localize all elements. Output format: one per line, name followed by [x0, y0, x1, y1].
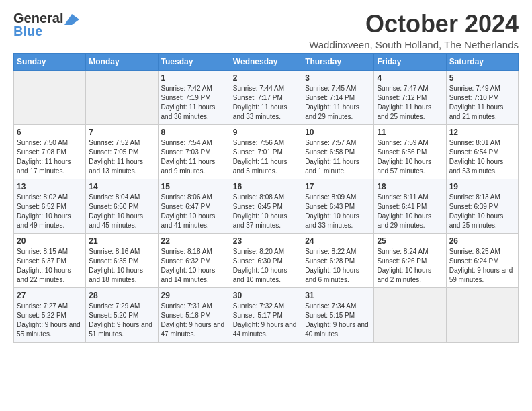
- col-thursday: Thursday: [302, 53, 374, 70]
- day-info: Sunrise: 7:54 AMSunset: 7:03 PMDaylight:…: [161, 139, 216, 175]
- day-info: Sunrise: 7:50 AMSunset: 7:08 PMDaylight:…: [17, 139, 71, 175]
- day-info: Sunrise: 8:18 AMSunset: 6:32 PMDaylight:…: [161, 248, 216, 283]
- day-info: Sunrise: 7:45 AMSunset: 7:14 PMDaylight:…: [305, 85, 359, 120]
- day-info: Sunrise: 7:31 AMSunset: 5:18 PMDaylight:…: [161, 302, 225, 338]
- cell-w4-d3: 30Sunrise: 7:32 AMSunset: 5:17 PMDayligh…: [230, 287, 302, 342]
- cell-w4-d2: 29Sunrise: 7:31 AMSunset: 5:18 PMDayligh…: [158, 287, 230, 342]
- day-number: 5: [449, 73, 515, 83]
- day-number: 12: [449, 128, 515, 137]
- day-number: 31: [305, 291, 371, 300]
- day-number: 4: [377, 73, 443, 83]
- day-info: Sunrise: 8:25 AMSunset: 6:24 PMDaylight:…: [449, 248, 513, 283]
- day-info: Sunrise: 7:57 AMSunset: 6:58 PMDaylight:…: [305, 139, 359, 175]
- cell-w1-d3: 9Sunrise: 7:56 AMSunset: 7:01 PMDaylight…: [230, 124, 302, 179]
- week-row-2: 6Sunrise: 7:50 AMSunset: 7:08 PMDaylight…: [14, 124, 519, 179]
- day-number: 28: [89, 291, 154, 300]
- col-sunday: Sunday: [14, 53, 86, 70]
- day-info: Sunrise: 7:44 AMSunset: 7:17 PMDaylight:…: [233, 85, 287, 120]
- day-number: 21: [89, 236, 154, 246]
- cell-w0-d2: 1Sunrise: 7:42 AMSunset: 7:19 PMDaylight…: [158, 70, 230, 124]
- day-info: Sunrise: 7:42 AMSunset: 7:19 PMDaylight:…: [161, 85, 216, 120]
- calendar-table: Sunday Monday Tuesday Wednesday Thursday…: [13, 53, 519, 342]
- day-number: 8: [161, 128, 227, 137]
- day-number: 16: [233, 182, 299, 191]
- day-number: 22: [161, 236, 227, 246]
- day-number: 11: [377, 128, 443, 137]
- cell-w0-d6: 5Sunrise: 7:49 AMSunset: 7:10 PMDaylight…: [446, 70, 518, 124]
- day-info: Sunrise: 7:29 AMSunset: 5:20 PMDaylight:…: [89, 302, 152, 338]
- cell-w2-d5: 18Sunrise: 8:11 AMSunset: 6:41 PMDayligh…: [374, 179, 446, 233]
- cell-w2-d2: 15Sunrise: 8:06 AMSunset: 6:47 PMDayligh…: [158, 179, 230, 233]
- week-row-4: 20Sunrise: 8:15 AMSunset: 6:37 PMDayligh…: [14, 233, 519, 287]
- day-number: 26: [449, 236, 515, 246]
- day-number: 29: [161, 291, 227, 300]
- week-row-5: 27Sunrise: 7:27 AMSunset: 5:22 PMDayligh…: [14, 287, 519, 342]
- day-info: Sunrise: 8:15 AMSunset: 6:37 PMDaylight:…: [17, 248, 71, 283]
- day-info: Sunrise: 7:47 AMSunset: 7:12 PMDaylight:…: [377, 85, 431, 120]
- day-info: Sunrise: 7:27 AMSunset: 5:22 PMDaylight:…: [17, 302, 81, 338]
- day-number: 14: [89, 182, 154, 191]
- day-number: 15: [161, 182, 227, 191]
- logo-icon: [64, 14, 79, 25]
- day-number: 27: [17, 291, 83, 300]
- cell-w0-d4: 3Sunrise: 7:45 AMSunset: 7:14 PMDaylight…: [302, 70, 374, 124]
- cell-w3-d1: 21Sunrise: 8:16 AMSunset: 6:35 PMDayligh…: [86, 233, 158, 287]
- cell-w0-d3: 2Sunrise: 7:44 AMSunset: 7:17 PMDaylight…: [230, 70, 302, 124]
- day-number: 3: [305, 73, 371, 83]
- cell-w2-d1: 14Sunrise: 8:04 AMSunset: 6:50 PMDayligh…: [86, 179, 158, 233]
- day-info: Sunrise: 8:16 AMSunset: 6:35 PMDaylight:…: [89, 248, 143, 283]
- day-info: Sunrise: 7:34 AMSunset: 5:15 PMDaylight:…: [305, 302, 369, 338]
- cell-w1-d5: 11Sunrise: 7:59 AMSunset: 6:56 PMDayligh…: [374, 124, 446, 179]
- day-number: 23: [233, 236, 299, 246]
- cell-w3-d3: 23Sunrise: 8:20 AMSunset: 6:30 PMDayligh…: [230, 233, 302, 287]
- day-info: Sunrise: 7:52 AMSunset: 7:05 PMDaylight:…: [89, 139, 143, 175]
- cell-w3-d2: 22Sunrise: 8:18 AMSunset: 6:32 PMDayligh…: [158, 233, 230, 287]
- cell-w3-d5: 25Sunrise: 8:24 AMSunset: 6:26 PMDayligh…: [374, 233, 446, 287]
- day-number: 19: [449, 182, 515, 191]
- day-number: 18: [377, 182, 443, 191]
- day-number: 13: [17, 182, 83, 191]
- location: Waddinxveen, South Holland, The Netherla…: [309, 39, 519, 50]
- col-monday: Monday: [86, 53, 158, 70]
- cell-w4-d0: 27Sunrise: 7:27 AMSunset: 5:22 PMDayligh…: [14, 287, 86, 342]
- page: General Blue October 2024 Waddinxveen, S…: [0, 0, 532, 411]
- day-number: 30: [233, 291, 299, 300]
- day-number: 1: [161, 73, 227, 83]
- day-info: Sunrise: 8:11 AMSunset: 6:41 PMDaylight:…: [377, 193, 431, 229]
- day-info: Sunrise: 8:06 AMSunset: 6:47 PMDaylight:…: [161, 193, 216, 229]
- cell-w3-d0: 20Sunrise: 8:15 AMSunset: 6:37 PMDayligh…: [14, 233, 86, 287]
- title-block: October 2024 Waddinxveen, South Holland,…: [309, 11, 519, 50]
- cell-w2-d3: 16Sunrise: 8:08 AMSunset: 6:45 PMDayligh…: [230, 179, 302, 233]
- cell-w1-d2: 8Sunrise: 7:54 AMSunset: 7:03 PMDaylight…: [158, 124, 230, 179]
- day-info: Sunrise: 7:59 AMSunset: 6:56 PMDaylight:…: [377, 139, 431, 175]
- cell-w2-d4: 17Sunrise: 8:09 AMSunset: 6:43 PMDayligh…: [302, 179, 374, 233]
- cell-w2-d0: 13Sunrise: 8:02 AMSunset: 6:52 PMDayligh…: [14, 179, 86, 233]
- day-number: 10: [305, 128, 371, 137]
- day-number: 17: [305, 182, 371, 191]
- day-info: Sunrise: 8:02 AMSunset: 6:52 PMDaylight:…: [17, 193, 71, 229]
- month-title: October 2024: [309, 11, 519, 38]
- logo-blue: Blue: [13, 24, 42, 39]
- day-number: 6: [17, 128, 83, 137]
- cell-w4-d5: [374, 287, 446, 342]
- cell-w1-d1: 7Sunrise: 7:52 AMSunset: 7:05 PMDaylight…: [86, 124, 158, 179]
- day-info: Sunrise: 8:24 AMSunset: 6:26 PMDaylight:…: [377, 248, 431, 283]
- day-number: 9: [233, 128, 299, 137]
- svg-marker-0: [64, 14, 79, 25]
- day-info: Sunrise: 8:22 AMSunset: 6:28 PMDaylight:…: [305, 248, 359, 283]
- header-row: Sunday Monday Tuesday Wednesday Thursday…: [14, 53, 519, 70]
- cell-w4-d1: 28Sunrise: 7:29 AMSunset: 5:20 PMDayligh…: [86, 287, 158, 342]
- header: General Blue October 2024 Waddinxveen, S…: [13, 11, 519, 50]
- logo: General Blue: [13, 11, 79, 39]
- day-info: Sunrise: 7:32 AMSunset: 5:17 PMDaylight:…: [233, 302, 297, 338]
- day-info: Sunrise: 8:04 AMSunset: 6:50 PMDaylight:…: [89, 193, 143, 229]
- cell-w3-d4: 24Sunrise: 8:22 AMSunset: 6:28 PMDayligh…: [302, 233, 374, 287]
- col-friday: Friday: [374, 53, 446, 70]
- col-saturday: Saturday: [446, 53, 518, 70]
- day-info: Sunrise: 8:01 AMSunset: 6:54 PMDaylight:…: [449, 139, 504, 175]
- day-number: 24: [305, 236, 371, 246]
- cell-w0-d0: [14, 70, 86, 124]
- day-info: Sunrise: 7:49 AMSunset: 7:10 PMDaylight:…: [449, 85, 504, 120]
- day-number: 7: [89, 128, 154, 137]
- cell-w1-d4: 10Sunrise: 7:57 AMSunset: 6:58 PMDayligh…: [302, 124, 374, 179]
